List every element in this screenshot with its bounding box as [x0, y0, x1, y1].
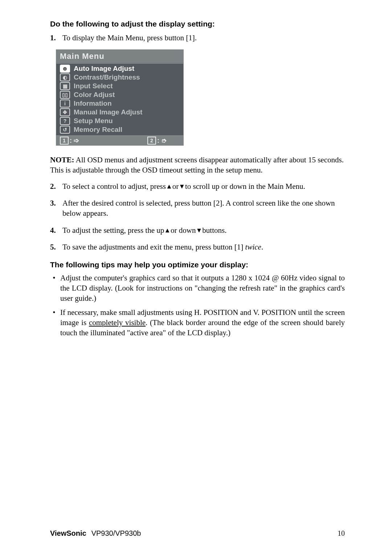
step-5-pre: To save the adjustments and exit the men… [62, 243, 245, 251]
tip-1: • Adjust the computer's graphics card so… [50, 273, 345, 304]
osd-menu: Main Menu ⊕ Auto Image Adjust ◐ Contrast… [56, 49, 184, 146]
osd-item-setup-menu: ? Setup Menu [60, 117, 180, 125]
down-arrow-icon: ▼ [179, 183, 185, 190]
footer-model: VP930/VP930b [91, 529, 141, 537]
osd-body: ⊕ Auto Image Adjust ◐ Contrast/Brightnes… [56, 63, 183, 136]
osd-title: Main Menu [56, 50, 183, 63]
step-2-pre: To select a control to adjust, press [62, 182, 166, 191]
osd-label: Auto Image Adjust [74, 65, 134, 73]
step-1: 1. To display the Main Menu, press butto… [50, 33, 345, 43]
note-paragraph: NOTE: All OSD menus and adjustment scree… [50, 155, 345, 175]
manual-icon: ✥ [60, 108, 70, 116]
osd-footer-key-1: 1 : ➩ [60, 137, 79, 145]
osd-item-color-adjust: ▯▯ Color Adjust [60, 90, 180, 99]
note-label: NOTE: [50, 155, 74, 164]
step-5-post: . [261, 243, 263, 251]
tip-2-underline: completely visible [89, 318, 146, 327]
tip-1-text: Adjust the computer's graphics card so t… [60, 273, 345, 304]
step-4-mid: or down [171, 226, 196, 235]
recall-icon: ↺ [60, 126, 70, 134]
step-4-post: buttons. [202, 226, 226, 235]
color-icon: ▯▯ [60, 91, 70, 99]
heading-tips: The following tips may help you optimize… [50, 260, 345, 269]
osd-item-memory-recall: ↺ Memory Recall [60, 125, 180, 134]
up-arrow-icon: ▲ [164, 227, 171, 234]
step-5-em: twice [245, 243, 261, 251]
info-icon: i [60, 100, 70, 108]
osd-footer-key-2: 2 : ➮ [147, 137, 167, 145]
osd-label: Information [74, 100, 112, 108]
step-4-num: 4. [50, 225, 58, 235]
step-2-body: To select a control to adjust, press▲or▼… [62, 181, 345, 191]
setup-icon: ? [60, 117, 70, 125]
bullet-icon: • [50, 307, 58, 338]
footer-left: ViewSonicVP930/VP930b [50, 529, 141, 538]
step-4: 4. To adjust the setting, press the up▲o… [50, 225, 345, 235]
step-4-pre: To adjust the setting, press the up [62, 226, 164, 235]
step-3: 3. After the desired control is selected… [50, 198, 345, 219]
key-1-sym: : ➩ [70, 137, 79, 145]
heading-adjust: Do the following to adjust the display s… [50, 20, 345, 28]
down-arrow-icon: ▼ [196, 227, 203, 234]
up-arrow-icon: ▲ [166, 183, 172, 190]
footer-page-number: 10 [338, 529, 345, 538]
osd-item-auto-image-adjust: ⊕ Auto Image Adjust [60, 64, 180, 73]
osd-label: Memory Recall [74, 126, 122, 134]
footer-brand: ViewSonic [50, 529, 86, 537]
step-1-num: 1. [50, 33, 58, 43]
step-3-text: After the desired control is selected, p… [62, 198, 345, 219]
key-2-box: 2 [147, 137, 156, 145]
page-footer: ViewSonicVP930/VP930b 10 [50, 529, 345, 538]
osd-item-input-select: ▦ Input Select [60, 82, 180, 90]
input-icon: ▦ [60, 82, 70, 90]
step-2-mid: or [172, 182, 179, 191]
tip-2: • If necessary, make small adjustments u… [50, 307, 345, 338]
step-2-post: to scroll up or down in the Main Menu. [185, 182, 305, 191]
step-1-text: To display the Main Menu, press button [… [62, 33, 345, 43]
osd-item-contrast-brightness: ◐ Contrast/Brightness [60, 73, 180, 82]
auto-image-icon: ⊕ [60, 65, 70, 73]
osd-label: Color Adjust [74, 91, 115, 99]
osd-label: Input Select [74, 82, 113, 90]
step-2-num: 2. [50, 181, 58, 191]
osd-item-information: i Information [60, 99, 180, 108]
note-text: All OSD menus and adjustment screens dis… [50, 155, 344, 174]
step-4-body: To adjust the setting, press the up▲or d… [62, 225, 345, 235]
step-5-num: 5. [50, 242, 58, 252]
osd-label: Manual Image Adjust [74, 108, 142, 116]
osd-label: Contrast/Brightness [74, 73, 140, 81]
step-2: 2. To select a control to adjust, press▲… [50, 181, 345, 191]
step-3-num: 3. [50, 198, 58, 219]
key-1-box: 1 [60, 137, 69, 145]
osd-item-manual-image-adjust: ✥ Manual Image Adjust [60, 108, 180, 117]
key-2-sym: : ➮ [157, 137, 167, 145]
osd-footer: 1 : ➩ 2 : ➮ [56, 136, 183, 145]
bullet-icon: • [50, 273, 58, 304]
osd-label: Setup Menu [74, 117, 113, 125]
contrast-icon: ◐ [60, 73, 70, 81]
step-5-body: To save the adjustments and exit the men… [62, 242, 345, 252]
tip-2-body: If necessary, make small adjustments usi… [60, 307, 345, 338]
step-5: 5. To save the adjustments and exit the … [50, 242, 345, 252]
